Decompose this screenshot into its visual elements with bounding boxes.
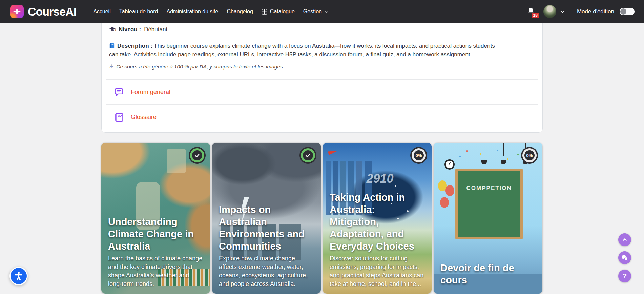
warning-icon: ⚠ [109, 63, 114, 70]
edit-mode-label: Mode d'édition [577, 8, 614, 15]
chevron-down-icon [325, 9, 329, 14]
nav-item-changelog[interactable]: Changelog [227, 8, 253, 15]
check-icon [194, 152, 201, 159]
nav-item-accueil[interactable]: Accueil [93, 8, 111, 15]
glossary-link-label: Glossaire [131, 114, 157, 121]
section-description: Discover solutions for cutting emissions… [330, 254, 425, 288]
section-description: Learn the basics of climate change and t… [108, 254, 203, 288]
course-sections-row: Understanding Climate Change in Australi… [101, 143, 542, 294]
check-icon [305, 152, 311, 159]
nav-item-catalogue[interactable]: Catalogue [262, 8, 295, 15]
notifications-button[interactable]: 18 [527, 7, 535, 16]
question-mark-icon: ? [623, 272, 627, 280]
progress-badge-complete [299, 147, 316, 164]
section-card-taking-action[interactable]: 2910 0% Taking Action in Australia: Miti… [323, 143, 432, 294]
progress-badge-zero: 0% [410, 147, 427, 164]
graduation-cap-icon [109, 27, 116, 33]
chat-bubbles-icon [621, 254, 628, 261]
section-description: Explore how climate change affects extre… [219, 254, 314, 288]
accessibility-icon [14, 271, 24, 281]
nav-item-administration[interactable]: Administration du site [166, 8, 218, 15]
clock-decoration [444, 159, 455, 170]
nav-item-gestion-label: Gestion [303, 8, 322, 15]
level-value: Débutant [144, 26, 167, 33]
grid-icon [262, 9, 267, 15]
progress-percentage: 0% [416, 153, 422, 158]
toggle-knob [620, 8, 626, 15]
user-menu[interactable] [543, 5, 565, 18]
section-title: Impacts on Australian Environments and C… [219, 203, 314, 252]
navbar-right: 18 Mode d'édition [527, 5, 635, 18]
chalkboard: COMPPETION [455, 169, 523, 239]
level-label: Niveau : [119, 26, 141, 33]
brand-logo[interactable]: CourseAI [10, 5, 76, 18]
description-text: This beginner course explains climate ch… [109, 43, 495, 58]
sparkle-icon [13, 7, 21, 16]
card-text: Understanding Climate Change in Australi… [101, 216, 210, 294]
section-title: Devoir de fin de cours [440, 262, 536, 286]
section-title: Taking Action in Australia: Mitigation, … [330, 191, 425, 252]
scroll-to-top-button[interactable] [618, 233, 631, 246]
blue-book-icon [109, 43, 115, 49]
chalkboard-text: COMPPETION [466, 185, 512, 237]
course-description: Description : This beginner course expla… [109, 42, 505, 59]
avatar [543, 5, 556, 18]
nav-links: Accueil Tableau de bord Administration d… [93, 8, 329, 15]
chevron-up-icon [622, 237, 628, 243]
card-text: Impacts on Australian Environments and C… [212, 203, 321, 294]
ai-disclaimer-text: Ce cours a été généré à 100 % par l'IA, … [116, 64, 284, 70]
section-card-devoir[interactable]: COMPPETION 0% Devoir de fin de cours [434, 143, 542, 294]
glossary-icon: AZ [114, 112, 124, 122]
courseai-logo-icon [10, 5, 24, 18]
nav-item-gestion[interactable]: Gestion [303, 8, 329, 15]
chevron-down-icon [560, 9, 565, 14]
forum-icon [114, 87, 124, 97]
section-card-impacts[interactable]: Impacts on Australian Environments and C… [212, 143, 321, 294]
activity-forum-link[interactable]: Forum général [106, 79, 538, 104]
svg-text:AZ: AZ [118, 114, 122, 117]
nav-item-tableau-de-bord[interactable]: Tableau de bord [119, 8, 158, 15]
card-text: Devoir de fin de cours [434, 262, 542, 294]
progress-badge-complete [189, 147, 206, 164]
card-image-number: 2910 [366, 172, 393, 186]
top-navbar: CourseAI Accueil Tableau de bord Adminis… [0, 0, 644, 23]
help-button[interactable]: ? [618, 270, 631, 282]
progress-percentage: 0% [526, 153, 533, 158]
course-level-row: Niveau : Débutant [109, 26, 167, 33]
section-title: Understanding Climate Change in Australi… [108, 216, 203, 252]
section-card-understanding[interactable]: Understanding Climate Change in Australi… [101, 143, 210, 294]
edit-mode-toggle[interactable] [620, 8, 635, 15]
forum-link-label: Forum général [131, 89, 170, 96]
accessibility-button[interactable] [9, 267, 28, 285]
activity-glossary-link[interactable]: AZ Glossaire [106, 104, 538, 130]
ai-disclaimer: ⚠ Ce cours a été généré à 100 % par l'IA… [109, 63, 284, 70]
description-label: Description : [117, 43, 152, 49]
notification-count-badge: 18 [532, 13, 539, 18]
brand-name: CourseAI [28, 5, 76, 18]
progress-badge-zero: 0% [521, 147, 538, 164]
nav-item-catalogue-label: Catalogue [270, 8, 295, 15]
card-text: Taking Action in Australia: Mitigation, … [323, 191, 432, 294]
messages-button[interactable] [618, 251, 631, 264]
